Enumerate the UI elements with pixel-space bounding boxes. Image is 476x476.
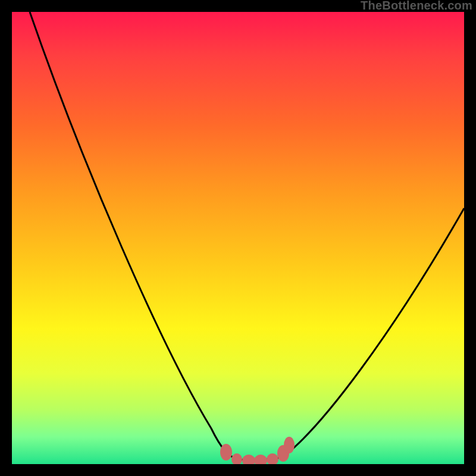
- svg-point-1: [231, 453, 242, 464]
- watermark-text: TheBottleneck.com: [361, 0, 472, 12]
- marker-cluster: [220, 437, 295, 464]
- chart-frame: TheBottleneck.com: [0, 0, 476, 476]
- bottleneck-curve-right: [238, 208, 464, 460]
- svg-point-3: [254, 455, 267, 464]
- svg-point-2: [242, 455, 255, 464]
- curve-svg: [12, 12, 464, 464]
- bottleneck-curve-left: [30, 12, 238, 459]
- svg-point-4: [267, 453, 278, 464]
- plot-area: [12, 12, 464, 464]
- svg-point-6: [284, 437, 295, 453]
- svg-point-0: [220, 444, 232, 461]
